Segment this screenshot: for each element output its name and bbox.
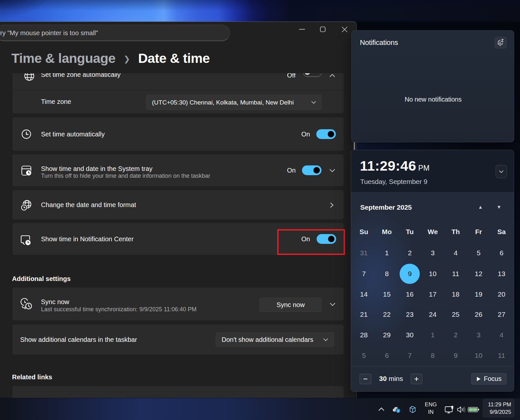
svg-text:Z: Z <box>501 39 503 43</box>
svg-text:i: i <box>398 409 399 413</box>
svg-text:z: z <box>499 41 501 44</box>
